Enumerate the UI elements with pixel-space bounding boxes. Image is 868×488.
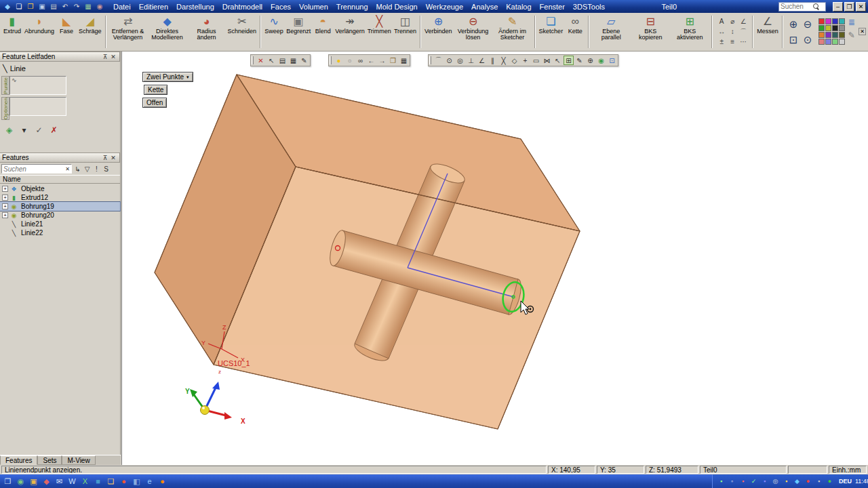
toolbar-button-verbindung-loesen[interactable]: ⊖Verbindung lösen <box>454 14 493 41</box>
toolbar-button-extrud[interactable]: ▮Extrud <box>1 14 23 35</box>
clock[interactable]: 11:48 <box>855 478 864 485</box>
snap-parallel-icon[interactable]: ∥ <box>488 56 498 65</box>
tolerance-icon[interactable]: ± <box>716 37 727 47</box>
taskbar-app-icon[interactable]: ◧ <box>130 475 143 487</box>
toolbar-button-sketcher[interactable]: ❏Sketcher <box>538 14 565 35</box>
save-icon[interactable]: ▣ <box>37 1 47 12</box>
horizontal-dim-icon[interactable]: ↔ <box>716 26 727 37</box>
color-swatch[interactable] <box>825 39 831 45</box>
color-swatch[interactable] <box>839 25 845 31</box>
print-icon[interactable]: ▤ <box>48 1 59 12</box>
diameter-icon[interactable]: ⌀ <box>727 16 738 26</box>
clear-search-icon[interactable]: ✕ <box>64 166 71 172</box>
toolbar-button-schneiden[interactable]: ✂Schneiden <box>226 14 258 35</box>
taskbar-app-icon[interactable]: e <box>143 475 156 487</box>
snap-plus-icon[interactable]: + <box>520 56 530 65</box>
menu-volumen[interactable]: Volumen <box>295 2 332 12</box>
taskbar-app-icon[interactable]: ■ <box>92 475 104 487</box>
tray-icon[interactable]: ▪ <box>738 478 747 485</box>
snap-endpoint-icon[interactable]: ⊞ <box>564 56 574 65</box>
snap-intersection-icon[interactable]: ⋈ <box>542 56 552 65</box>
snap-arc-icon[interactable]: ⌒ <box>433 56 443 65</box>
color-swatch[interactable] <box>825 18 831 24</box>
dropdown-caret-icon[interactable]: ▾ <box>19 125 29 135</box>
toolbar-button-entfernen-verlaengern[interactable]: ⇄Entfernen & Verlängern <box>108 14 148 41</box>
tray-icon[interactable]: ◎ <box>771 478 780 485</box>
toolbar-button-bks-kopieren[interactable]: ⊟BKS kopieren <box>631 14 670 41</box>
menu-drahtmodell[interactable]: Drahtmodell <box>218 2 267 12</box>
section-tab-options[interactable]: Optionen <box>1 97 9 120</box>
tray-icon[interactable]: ▪ <box>760 478 769 485</box>
color-swatch[interactable] <box>832 32 838 38</box>
expander-icon[interactable]: + <box>2 195 8 201</box>
sidebar-item-extrud12[interactable]: + ▮ Extrud12 <box>0 193 120 202</box>
snap-box-icon[interactable]: ▭ <box>531 56 541 65</box>
redo-icon[interactable]: ↷ <box>71 1 82 12</box>
cancel-button[interactable]: ✗ <box>49 125 59 135</box>
toolbar-close-icon[interactable]: ✕ <box>859 28 866 35</box>
zoom-out-icon[interactable]: ⊖ <box>801 16 815 32</box>
menu-analyse[interactable]: Analyse <box>467 2 502 12</box>
minimize-button[interactable]: – <box>833 2 843 12</box>
global-search-box[interactable] <box>778 2 826 12</box>
toolbar-button-verlaengern[interactable]: ↠Verlängern <box>334 14 366 35</box>
snap-angle-icon[interactable]: ∠ <box>477 56 487 65</box>
snap-cursor-icon[interactable]: ↖ <box>553 56 563 65</box>
menu-datei[interactable]: Datei <box>109 2 135 12</box>
search-icon[interactable] <box>813 3 820 10</box>
points-input-box[interactable]: ∿ <box>9 76 66 95</box>
section-tab-points[interactable]: Punkte <box>1 76 9 95</box>
app-icon[interactable]: ◆ <box>2 1 13 12</box>
taskbar-app-icon[interactable]: X <box>79 475 92 487</box>
undo-icon[interactable]: ↶ <box>60 1 71 12</box>
toolbar-button-kette[interactable]: ∞Kette <box>564 14 586 35</box>
menu-editieren[interactable]: Editieren <box>135 2 172 12</box>
snap-quadrant-icon[interactable]: ◇ <box>509 56 519 65</box>
goto-parent-icon[interactable]: ↳ <box>74 165 81 173</box>
maximize-button[interactable]: ❐ <box>844 2 854 12</box>
pan-icon[interactable]: ⊙ <box>801 32 815 47</box>
taskbar-app-icon[interactable]: ◉ <box>14 475 27 487</box>
selection-filter-icon[interactable]: ▤ <box>277 56 288 65</box>
snap-perpendicular-icon[interactable]: ⊥ <box>466 56 476 65</box>
open-file-icon[interactable]: ❐ <box>25 1 36 12</box>
zoom-window-icon[interactable]: ⊡ <box>787 32 801 47</box>
toolbar-button-blend[interactable]: ◓Blend <box>312 14 334 35</box>
taskbar-app-icon[interactable]: ❏ <box>104 475 117 487</box>
mode-dropdown-button[interactable]: Zwei Punkte ▾ <box>142 72 193 82</box>
zoom-in-icon[interactable]: ⊕ <box>787 16 801 32</box>
sidebar-item-bohrung19[interactable]: + ◉ Bohrung19 <box>0 202 120 211</box>
chain-option-button[interactable]: Kette <box>144 85 167 95</box>
color-swatch[interactable] <box>832 18 838 24</box>
sidebar-item-linie22[interactable]: ╲ Linie22 <box>0 228 120 237</box>
color-swatch[interactable] <box>825 32 831 38</box>
expander-icon[interactable]: + <box>2 212 8 218</box>
prev-view-icon[interactable]: ← <box>366 56 376 65</box>
menu-fenster[interactable]: Fenster <box>536 2 569 12</box>
toolbar-grip[interactable] <box>429 56 431 64</box>
tray-icon[interactable]: ● <box>825 478 834 485</box>
grid-icon[interactable]: ▦ <box>83 1 94 12</box>
menu-katalog[interactable]: Katalog <box>502 2 535 12</box>
toolbar-grip[interactable] <box>252 56 254 64</box>
snap-node-icon[interactable]: ◉ <box>596 56 606 65</box>
taskbar-app-icon[interactable]: ● <box>117 475 130 487</box>
options-input-box[interactable] <box>9 97 66 116</box>
edit-icon[interactable]: ✎ <box>299 56 309 65</box>
glasses-icon[interactable]: ∞ <box>355 56 366 65</box>
color-swatch[interactable] <box>832 25 838 31</box>
color-swatch[interactable] <box>818 18 825 24</box>
toolbar-button-begrenzt[interactable]: ▣Begrenzt <box>285 14 312 35</box>
sidebar-item-objekte[interactable]: + ❖ Objekte <box>0 184 120 193</box>
pin-icon[interactable]: ⊼ <box>101 54 109 60</box>
viewport[interactable]: Z Y X UCS10_1 z Y X ✕↖▤▦✎ ●○∞←→ <box>121 52 868 465</box>
toolbar-button-messen[interactable]: ∠Messen <box>755 14 780 35</box>
tray-icon[interactable]: ▪ <box>814 478 823 485</box>
priority-icon[interactable]: ! <box>93 165 100 173</box>
sidebar-item-bohrung20[interactable]: + ◉ Bohrung20 <box>0 211 120 220</box>
menu-mold-design[interactable]: Mold Design <box>372 2 422 12</box>
language-indicator[interactable]: DEU <box>839 478 848 485</box>
layer-list-icon[interactable]: ≣ <box>848 18 855 27</box>
more-icon[interactable]: ⋯ <box>738 37 749 47</box>
menu-faces[interactable]: Faces <box>267 2 295 12</box>
